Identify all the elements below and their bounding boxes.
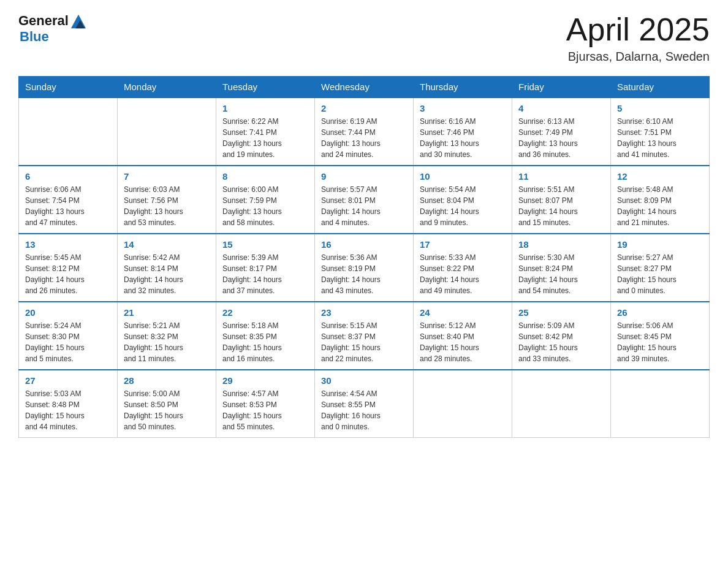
calendar-cell: 24Sunrise: 5:12 AM Sunset: 8:40 PM Dayli… (414, 302, 512, 370)
day-info: Sunrise: 6:06 AM Sunset: 7:54 PM Dayligh… (25, 184, 111, 228)
logo-icon (70, 12, 87, 29)
calendar-cell: 20Sunrise: 5:24 AM Sunset: 8:30 PM Dayli… (19, 302, 118, 370)
weekday-header-thursday: Thursday (414, 77, 512, 98)
day-number: 7 (124, 171, 210, 182)
day-info: Sunrise: 5:36 AM Sunset: 8:19 PM Dayligh… (321, 252, 407, 296)
weekday-header-sunday: Sunday (19, 77, 118, 98)
calendar-cell: 27Sunrise: 5:03 AM Sunset: 8:48 PM Dayli… (19, 370, 118, 438)
calendar-cell (19, 98, 118, 166)
day-number: 2 (321, 103, 407, 113)
day-number: 13 (25, 239, 111, 250)
day-number: 1 (222, 103, 308, 113)
calendar-cell (118, 98, 216, 166)
day-number: 24 (420, 307, 506, 318)
calendar-cell: 13Sunrise: 5:45 AM Sunset: 8:12 PM Dayli… (19, 234, 118, 302)
calendar-cell (611, 370, 710, 438)
calendar-week-row: 27Sunrise: 5:03 AM Sunset: 8:48 PM Dayli… (19, 370, 710, 438)
month-title: April 2025 (566, 12, 710, 47)
day-info: Sunrise: 5:24 AM Sunset: 8:30 PM Dayligh… (25, 320, 111, 364)
day-info: Sunrise: 5:21 AM Sunset: 8:32 PM Dayligh… (124, 320, 210, 364)
calendar-cell: 7Sunrise: 6:03 AM Sunset: 7:56 PM Daylig… (118, 166, 216, 234)
title-area: April 2025 Bjursas, Dalarna, Sweden (566, 12, 710, 64)
day-info: Sunrise: 5:09 AM Sunset: 8:42 PM Dayligh… (518, 320, 604, 364)
weekday-header-friday: Friday (512, 77, 611, 98)
day-info: Sunrise: 6:16 AM Sunset: 7:46 PM Dayligh… (420, 116, 506, 160)
day-info: Sunrise: 6:19 AM Sunset: 7:44 PM Dayligh… (321, 116, 407, 160)
day-number: 28 (124, 375, 210, 386)
day-number: 19 (617, 239, 703, 250)
day-info: Sunrise: 6:00 AM Sunset: 7:59 PM Dayligh… (222, 184, 308, 228)
day-number: 10 (420, 171, 506, 182)
calendar-cell: 12Sunrise: 5:48 AM Sunset: 8:09 PM Dayli… (611, 166, 710, 234)
day-number: 15 (222, 239, 308, 250)
logo-blue-text: Blue (20, 29, 49, 44)
day-info: Sunrise: 6:03 AM Sunset: 7:56 PM Dayligh… (124, 184, 210, 228)
day-number: 17 (420, 239, 506, 250)
day-number: 12 (617, 171, 703, 182)
weekday-header-tuesday: Tuesday (216, 77, 315, 98)
calendar-cell: 6Sunrise: 6:06 AM Sunset: 7:54 PM Daylig… (19, 166, 118, 234)
day-info: Sunrise: 6:22 AM Sunset: 7:41 PM Dayligh… (222, 116, 308, 160)
weekday-header-monday: Monday (118, 77, 216, 98)
day-number: 18 (518, 239, 604, 250)
day-number: 29 (222, 375, 308, 386)
calendar-cell: 1Sunrise: 6:22 AM Sunset: 7:41 PM Daylig… (216, 98, 315, 166)
day-number: 3 (420, 103, 506, 113)
day-info: Sunrise: 5:18 AM Sunset: 8:35 PM Dayligh… (222, 320, 308, 364)
weekday-header-row: SundayMondayTuesdayWednesdayThursdayFrid… (19, 77, 710, 98)
calendar-cell: 28Sunrise: 5:00 AM Sunset: 8:50 PM Dayli… (118, 370, 216, 438)
day-number: 11 (518, 171, 604, 182)
calendar-week-row: 13Sunrise: 5:45 AM Sunset: 8:12 PM Dayli… (19, 234, 710, 302)
day-number: 21 (124, 307, 210, 318)
calendar-cell: 18Sunrise: 5:30 AM Sunset: 8:24 PM Dayli… (512, 234, 611, 302)
calendar-cell: 2Sunrise: 6:19 AM Sunset: 7:44 PM Daylig… (315, 98, 414, 166)
day-info: Sunrise: 5:33 AM Sunset: 8:22 PM Dayligh… (420, 252, 506, 296)
day-info: Sunrise: 4:57 AM Sunset: 8:53 PM Dayligh… (222, 388, 308, 432)
day-info: Sunrise: 5:45 AM Sunset: 8:12 PM Dayligh… (25, 252, 111, 296)
day-number: 9 (321, 171, 407, 182)
day-info: Sunrise: 5:27 AM Sunset: 8:27 PM Dayligh… (617, 252, 703, 296)
day-info: Sunrise: 5:57 AM Sunset: 8:01 PM Dayligh… (321, 184, 407, 228)
day-info: Sunrise: 4:54 AM Sunset: 8:55 PM Dayligh… (321, 388, 407, 432)
calendar-cell (414, 370, 512, 438)
day-number: 23 (321, 307, 407, 318)
day-info: Sunrise: 5:00 AM Sunset: 8:50 PM Dayligh… (124, 388, 210, 432)
calendar-cell: 25Sunrise: 5:09 AM Sunset: 8:42 PM Dayli… (512, 302, 611, 370)
calendar-cell: 22Sunrise: 5:18 AM Sunset: 8:35 PM Dayli… (216, 302, 315, 370)
day-number: 16 (321, 239, 407, 250)
calendar-cell: 11Sunrise: 5:51 AM Sunset: 8:07 PM Dayli… (512, 166, 611, 234)
calendar-cell: 23Sunrise: 5:15 AM Sunset: 8:37 PM Dayli… (315, 302, 414, 370)
calendar-cell: 21Sunrise: 5:21 AM Sunset: 8:32 PM Dayli… (118, 302, 216, 370)
calendar-cell (512, 370, 611, 438)
day-number: 8 (222, 171, 308, 182)
calendar-table: SundayMondayTuesdayWednesdayThursdayFrid… (18, 76, 710, 438)
page-header: General Blue April 2025 Bjursas, Dalarna… (18, 12, 710, 64)
calendar-cell: 9Sunrise: 5:57 AM Sunset: 8:01 PM Daylig… (315, 166, 414, 234)
day-info: Sunrise: 5:54 AM Sunset: 8:04 PM Dayligh… (420, 184, 506, 228)
calendar-cell: 26Sunrise: 5:06 AM Sunset: 8:45 PM Dayli… (611, 302, 710, 370)
day-info: Sunrise: 5:12 AM Sunset: 8:40 PM Dayligh… (420, 320, 506, 364)
calendar-week-row: 1Sunrise: 6:22 AM Sunset: 7:41 PM Daylig… (19, 98, 710, 166)
calendar-cell: 19Sunrise: 5:27 AM Sunset: 8:27 PM Dayli… (611, 234, 710, 302)
calendar-cell: 17Sunrise: 5:33 AM Sunset: 8:22 PM Dayli… (414, 234, 512, 302)
calendar-cell: 14Sunrise: 5:42 AM Sunset: 8:14 PM Dayli… (118, 234, 216, 302)
weekday-header-wednesday: Wednesday (315, 77, 414, 98)
day-info: Sunrise: 5:03 AM Sunset: 8:48 PM Dayligh… (25, 388, 111, 432)
day-number: 25 (518, 307, 604, 318)
day-info: Sunrise: 5:15 AM Sunset: 8:37 PM Dayligh… (321, 320, 407, 364)
day-number: 22 (222, 307, 308, 318)
calendar-cell: 15Sunrise: 5:39 AM Sunset: 8:17 PM Dayli… (216, 234, 315, 302)
day-info: Sunrise: 6:13 AM Sunset: 7:49 PM Dayligh… (518, 116, 604, 160)
calendar-header: SundayMondayTuesdayWednesdayThursdayFrid… (19, 77, 710, 98)
calendar-cell: 8Sunrise: 6:00 AM Sunset: 7:59 PM Daylig… (216, 166, 315, 234)
calendar-body: 1Sunrise: 6:22 AM Sunset: 7:41 PM Daylig… (19, 98, 710, 438)
calendar-week-row: 20Sunrise: 5:24 AM Sunset: 8:30 PM Dayli… (19, 302, 710, 370)
calendar-cell: 5Sunrise: 6:10 AM Sunset: 7:51 PM Daylig… (611, 98, 710, 166)
day-info: Sunrise: 5:06 AM Sunset: 8:45 PM Dayligh… (617, 320, 703, 364)
day-info: Sunrise: 5:30 AM Sunset: 8:24 PM Dayligh… (518, 252, 604, 296)
day-number: 5 (617, 103, 703, 113)
day-info: Sunrise: 5:48 AM Sunset: 8:09 PM Dayligh… (617, 184, 703, 228)
day-number: 4 (518, 103, 604, 113)
day-number: 26 (617, 307, 703, 318)
day-info: Sunrise: 6:10 AM Sunset: 7:51 PM Dayligh… (617, 116, 703, 160)
